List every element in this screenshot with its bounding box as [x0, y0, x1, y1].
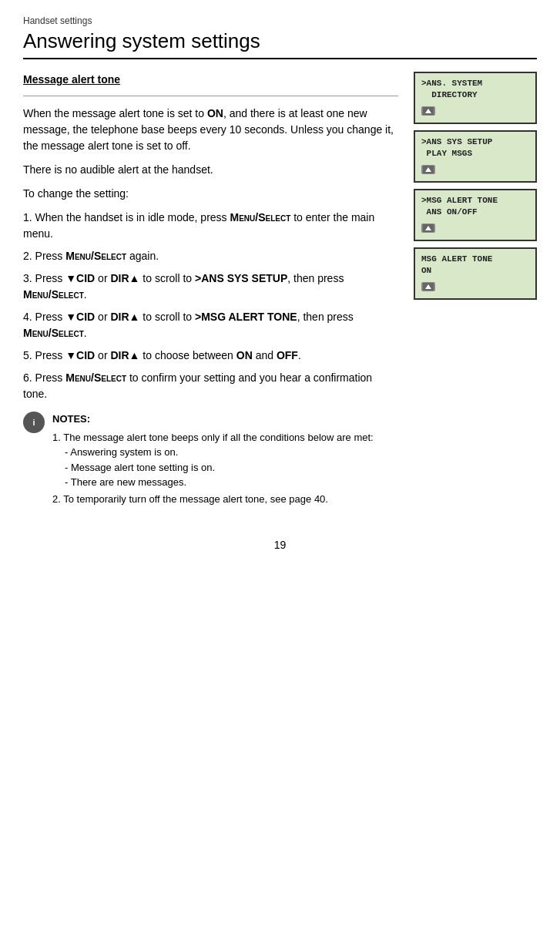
- lcd-text-1: >ANS. SYSTEM DIRECTORY: [421, 78, 529, 102]
- step-6: 6. Press Menu/Select to confirm your set…: [23, 370, 398, 402]
- note-1: 1. The message alert tone beeps only if …: [52, 430, 374, 490]
- note-1-sub: - Answering system is on. - Message aler…: [52, 445, 374, 490]
- lcd-text-2: >ANS SYS SETUP PLAY MSGS: [421, 136, 529, 160]
- lcd-nav-icon-1: [421, 106, 435, 116]
- lcd-screen-2: >ANS SYS SETUP PLAY MSGS: [414, 130, 537, 183]
- notes-content: NOTES: 1. The message alert tone beeps o…: [52, 412, 374, 508]
- step-5: 5. Press ▼CID or DIR▲ to choose between …: [23, 348, 398, 364]
- breadcrumb: Handset settings: [23, 15, 537, 26]
- notes-title: NOTES:: [52, 413, 90, 425]
- lcd-screen-1: >ANS. SYSTEM DIRECTORY: [414, 72, 537, 124]
- lcd-text-4: MSG ALERT TONE ON: [421, 254, 529, 277]
- step-2: 2. Press Menu/Select again.: [23, 248, 398, 264]
- notes-list: 1. The message alert tone beeps only if …: [52, 430, 374, 507]
- step-4: 4. Press ▼CID or DIR▲ to scroll to >MSG …: [23, 309, 398, 341]
- section-heading: Message alert tone: [23, 72, 398, 88]
- page-number: 19: [23, 539, 537, 551]
- intro-para-1: When the message alert tone is set to ON…: [23, 106, 398, 154]
- step-1: 1. When the handset is in idle mode, pre…: [23, 210, 398, 242]
- page-title: Answering system settings: [23, 29, 537, 59]
- intro-para-3: To change the setting:: [23, 186, 398, 202]
- lcd-nav-icon-4: [421, 282, 435, 291]
- lcd-nav-icon-2: [421, 165, 435, 174]
- step-3: 3. Press ▼CID or DIR▲ to scroll to >ANS …: [23, 271, 398, 303]
- lcd-text-3: >MSG ALERT TONE ANS ON/OFF: [421, 195, 529, 219]
- lcd-screen-4: MSG ALERT TONE ON: [414, 247, 537, 300]
- lcd-nav-icon-3: [421, 223, 435, 233]
- note-2: 2. To temporarily turn off the message a…: [52, 492, 374, 507]
- svg-text:i: i: [32, 418, 35, 427]
- intro-para-2: There is no audible alert at the handset…: [23, 162, 398, 178]
- section-divider: [23, 96, 398, 96]
- steps-list: 1. When the handset is in idle mode, pre…: [23, 210, 398, 402]
- screens-panel: >ANS. SYSTEM DIRECTORY >ANS SYS SETUP PL…: [414, 72, 537, 508]
- lcd-screen-3: >MSG ALERT TONE ANS ON/OFF: [414, 189, 537, 241]
- notes-icon: i: [23, 412, 45, 433]
- notes-box: i NOTES: 1. The message alert tone beeps…: [23, 412, 398, 508]
- main-content: Message alert tone When the message aler…: [23, 72, 398, 508]
